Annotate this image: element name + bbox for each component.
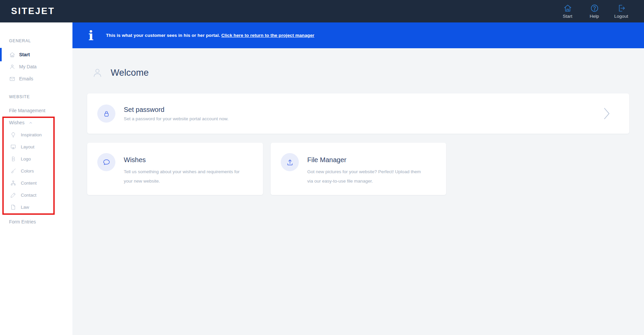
info-icon: i <box>87 29 95 42</box>
file-manager-card[interactable]: File Manager Got new pictures for your w… <box>271 143 446 195</box>
sidebar-subitem-content[interactable]: Content <box>0 177 72 189</box>
sidebar-item-label: My Data <box>19 64 37 69</box>
home-icon <box>9 52 15 58</box>
card-description: Set a password for your website portal a… <box>124 117 228 121</box>
sitemap-icon <box>10 180 16 186</box>
sidebar-subitem-inspiration[interactable]: Inspiration <box>0 129 72 141</box>
card-row: Wishes Tell us something about your wish… <box>87 143 629 195</box>
speech-bubble-icon-circle <box>97 153 115 171</box>
topnav-help-button[interactable]: Help <box>587 4 602 19</box>
logout-icon <box>617 4 626 13</box>
main-content: i This is what your customer sees in his… <box>72 22 644 335</box>
lightbulb-icon <box>10 132 16 138</box>
sidebar-item-emails[interactable]: Emails <box>0 73 72 85</box>
topnav: Start Help Logout <box>560 4 629 19</box>
monitor-icon <box>10 144 16 150</box>
sitejet-logo: SITEJET <box>11 6 55 16</box>
sidebar-item-label: Start <box>19 52 30 57</box>
file-manager-card-text: File Manager Got new pictures for your w… <box>307 156 427 186</box>
help-circle-icon <box>590 4 599 13</box>
sidebar-subitem-label: Colors <box>21 169 34 174</box>
chevron-right-icon <box>603 107 610 120</box>
sidebar-subitem-colors[interactable]: Colors <box>0 165 72 177</box>
sidebar-subitem-label: Layout <box>21 144 35 149</box>
user-icon <box>9 64 15 70</box>
return-to-project-manager-link[interactable]: Click here to return to the project mana… <box>221 33 314 38</box>
card-title: Wishes <box>124 156 243 164</box>
envelope-icon <box>9 76 15 82</box>
sidebar: GENERAL Start My Data Emails WEBSITE Fil… <box>0 22 72 335</box>
paintbrush-icon <box>10 168 16 174</box>
info-banner: i This is what your customer sees in his… <box>72 22 644 48</box>
document-icon <box>10 204 16 210</box>
banner-text: This is what your customer sees in his o… <box>106 33 314 38</box>
app: SITEJET Start Help Logout <box>0 0 644 335</box>
page-title: Welcome <box>111 68 149 78</box>
chevron-up-icon <box>29 121 33 125</box>
home-icon <box>563 4 572 13</box>
sidebar-subitem-logo[interactable]: Logo <box>0 153 72 165</box>
card-title: Set password <box>124 106 228 114</box>
set-password-card[interactable]: Set password Set a password for your web… <box>87 93 629 134</box>
topnav-start-label: Start <box>563 14 573 19</box>
sidebar-subitem-label: Inspiration <box>21 132 42 137</box>
topnav-logout-label: Logout <box>614 14 628 19</box>
lock-icon <box>102 110 111 118</box>
pen-icon <box>10 192 16 198</box>
lock-icon-circle <box>97 105 115 123</box>
sidebar-subitem-contact[interactable]: Contact <box>0 189 72 201</box>
sidebar-subitem-label: Law <box>21 205 29 210</box>
topnav-start-button[interactable]: Start <box>560 4 575 19</box>
topnav-help-label: Help <box>590 14 599 19</box>
topnav-logout-button[interactable]: Logout <box>614 4 629 19</box>
sidebar-item-label: File Management <box>9 108 45 113</box>
sidebar-subitem-law[interactable]: Law <box>0 201 72 213</box>
sidebar-item-my-data[interactable]: My Data <box>0 61 72 73</box>
card-title: File Manager <box>307 156 427 164</box>
user-icon <box>92 67 103 79</box>
sidebar-item-file-management[interactable]: File Management <box>0 105 72 117</box>
upload-icon-circle <box>281 153 299 171</box>
sidebar-item-label: Form Entries <box>9 219 36 224</box>
welcome-header: Welcome <box>92 67 644 79</box>
sidebar-subitem-label: Contact <box>21 193 37 198</box>
wishes-card[interactable]: Wishes Tell us something about your wish… <box>87 143 263 195</box>
sidebar-item-label: Wishes <box>9 120 24 125</box>
banner-message: This is what your customer sees in his o… <box>106 33 220 38</box>
sidebar-item-wishes[interactable]: Wishes <box>0 117 72 129</box>
sidebar-item-form-entries[interactable]: Form Entries <box>0 216 72 228</box>
upload-icon <box>286 158 294 166</box>
sidebar-subitem-label: Content <box>21 181 37 186</box>
set-password-text: Set password Set a password for your web… <box>124 106 228 121</box>
card-description: Tell us something about your wishes and … <box>124 167 243 186</box>
sidebar-subitem-label: Logo <box>21 156 31 161</box>
card-description: Got new pictures for your website? Perfe… <box>307 167 427 186</box>
wishes-card-text: Wishes Tell us something about your wish… <box>124 156 243 186</box>
sidebar-subitem-layout[interactable]: Layout <box>0 141 72 153</box>
speech-bubble-icon <box>102 158 111 166</box>
sidebar-item-start[interactable]: Start <box>0 49 72 61</box>
logo-b-icon <box>10 156 16 162</box>
topbar: SITEJET Start Help Logout <box>0 0 644 22</box>
sidebar-item-label: Emails <box>19 76 33 81</box>
sidebar-section-website: WEBSITE <box>9 94 72 99</box>
sidebar-section-general: GENERAL <box>9 39 72 43</box>
